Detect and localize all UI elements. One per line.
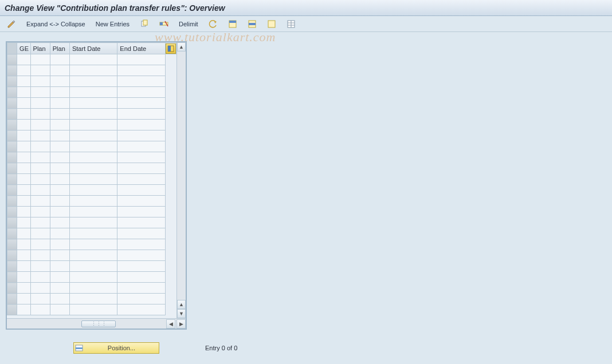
table-row[interactable]: [7, 87, 176, 98]
new-entries-button[interactable]: New Entries: [93, 18, 132, 30]
row-selector[interactable]: [7, 141, 17, 152]
table-cell[interactable]: [117, 272, 165, 283]
table-cell[interactable]: [117, 163, 165, 174]
table-cell[interactable]: [17, 304, 31, 315]
table-cell[interactable]: [69, 98, 117, 109]
row-selector[interactable]: [7, 163, 17, 174]
table-cell[interactable]: [69, 76, 117, 87]
table-cell[interactable]: [17, 152, 31, 163]
table-cell[interactable]: [30, 250, 50, 261]
row-selector[interactable]: [7, 174, 17, 185]
table-cell[interactable]: [30, 152, 50, 163]
table-cell[interactable]: [17, 261, 31, 272]
row-selector[interactable]: [7, 185, 17, 196]
vertical-scrollbar[interactable]: ▲ ▲ ▼: [176, 42, 186, 318]
table-row[interactable]: [7, 228, 176, 239]
table-cell[interactable]: [117, 217, 165, 228]
scroll-down-up-button[interactable]: ▲: [177, 300, 186, 309]
table-cell[interactable]: [17, 250, 31, 261]
table-cell[interactable]: [69, 54, 117, 65]
table-cell[interactable]: [30, 174, 50, 185]
table-row[interactable]: [7, 65, 176, 76]
table-cell[interactable]: [69, 87, 117, 98]
table-cell[interactable]: [50, 152, 69, 163]
delete-button[interactable]: [157, 18, 171, 30]
undo-button[interactable]: [206, 18, 220, 30]
table-cell[interactable]: [17, 130, 31, 141]
table-cell[interactable]: [117, 174, 165, 185]
table-cell[interactable]: [17, 272, 31, 283]
table-cell[interactable]: [17, 120, 31, 130]
table-cell[interactable]: [117, 130, 165, 141]
table-row[interactable]: [7, 120, 176, 130]
table-cell[interactable]: [50, 250, 69, 261]
table-cell[interactable]: [30, 120, 50, 130]
scroll-up-button[interactable]: ▲: [177, 42, 186, 52]
table-cell[interactable]: [30, 196, 50, 207]
table-cell[interactable]: [30, 109, 50, 120]
table-row[interactable]: [7, 294, 176, 304]
table-row[interactable]: [7, 239, 176, 250]
table-row[interactable]: [7, 141, 176, 152]
table-cell[interactable]: [50, 261, 69, 272]
table-cell[interactable]: [50, 87, 69, 98]
table-cell[interactable]: [30, 283, 50, 294]
table-cell[interactable]: [17, 185, 31, 196]
table-row[interactable]: [7, 207, 176, 217]
table-cell[interactable]: [117, 283, 165, 294]
select-block-button[interactable]: [245, 18, 259, 30]
row-selector[interactable]: [7, 98, 17, 109]
table-cell[interactable]: [50, 283, 69, 294]
hscroll-thumb[interactable]: ⋮⋮⋮: [81, 321, 116, 327]
table-cell[interactable]: [30, 130, 50, 141]
table-cell[interactable]: [50, 174, 69, 185]
table-config-button[interactable]: [284, 18, 298, 30]
table-row[interactable]: [7, 109, 176, 120]
table-cell[interactable]: [30, 217, 50, 228]
table-cell[interactable]: [30, 207, 50, 217]
row-selector-header[interactable]: [7, 43, 17, 54]
table-cell[interactable]: [50, 185, 69, 196]
table-cell[interactable]: [117, 228, 165, 239]
table-cell[interactable]: [69, 239, 117, 250]
table-cell[interactable]: [30, 65, 50, 76]
table-row[interactable]: [7, 76, 176, 87]
table-cell[interactable]: [50, 120, 69, 130]
table-cell[interactable]: [50, 130, 69, 141]
table-cell[interactable]: [117, 239, 165, 250]
table-cell[interactable]: [117, 65, 165, 76]
table-row[interactable]: [7, 130, 176, 141]
column-header-ge[interactable]: GE: [17, 43, 31, 54]
table-cell[interactable]: [50, 239, 69, 250]
table-cell[interactable]: [69, 109, 117, 120]
position-button[interactable]: Position...: [73, 342, 159, 354]
table-cell[interactable]: [50, 272, 69, 283]
table-cell[interactable]: [69, 130, 117, 141]
table-row[interactable]: [7, 163, 176, 174]
table-cell[interactable]: [69, 250, 117, 261]
table-cell[interactable]: [50, 207, 69, 217]
row-selector[interactable]: [7, 272, 17, 283]
table-row[interactable]: [7, 54, 176, 65]
table-cell[interactable]: [117, 141, 165, 152]
table-cell[interactable]: [69, 304, 117, 315]
table-cell[interactable]: [30, 87, 50, 98]
table-cell[interactable]: [17, 294, 31, 304]
table-cell[interactable]: [117, 261, 165, 272]
table-cell[interactable]: [30, 163, 50, 174]
table-cell[interactable]: [17, 98, 31, 109]
select-all-button[interactable]: [226, 18, 240, 30]
table-cell[interactable]: [30, 304, 50, 315]
table-cell[interactable]: [17, 283, 31, 294]
table-cell[interactable]: [69, 141, 117, 152]
table-row[interactable]: [7, 261, 176, 272]
table-cell[interactable]: [69, 283, 117, 294]
row-selector[interactable]: [7, 152, 17, 163]
column-header-plan2[interactable]: Plan: [50, 43, 69, 54]
table-row[interactable]: [7, 217, 176, 228]
row-selector[interactable]: [7, 109, 17, 120]
table-cell[interactable]: [30, 294, 50, 304]
table-cell[interactable]: [69, 152, 117, 163]
table-cell[interactable]: [17, 163, 31, 174]
row-selector[interactable]: [7, 196, 17, 207]
